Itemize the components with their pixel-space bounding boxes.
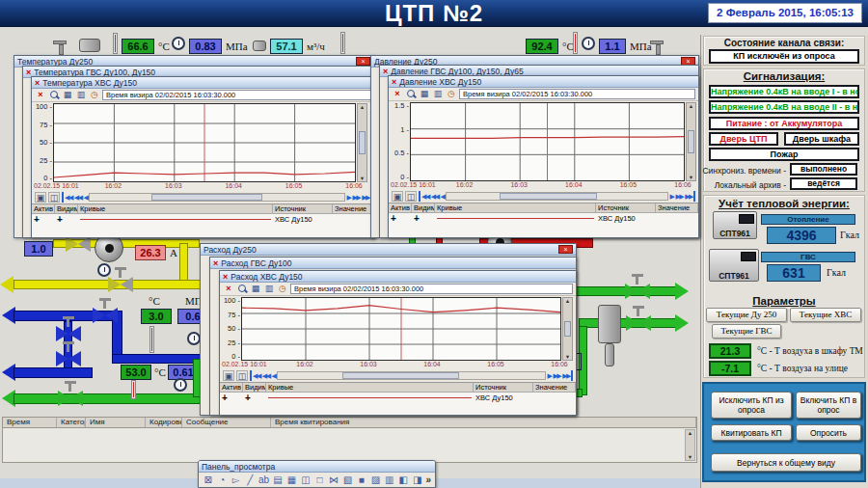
link-icon[interactable]: ◨ — [412, 474, 422, 485]
text-icon[interactable]: ab — [258, 474, 269, 485]
zoom-icon[interactable] — [48, 90, 60, 100]
zoom-icon[interactable] — [236, 284, 248, 294]
frame-icon[interactable]: ▨ — [370, 474, 381, 485]
back-to-overview-button[interactable]: Вернуться к общему виду — [711, 453, 861, 472]
page-fwd-icon[interactable]: ▶▶ — [675, 191, 683, 202]
valve-tool-icon[interactable]: ⋈ — [328, 474, 339, 485]
scroll-thumb[interactable] — [342, 372, 459, 379]
column-header[interactable]: Время — [3, 418, 57, 427]
valve-icon[interactable] — [108, 277, 133, 292]
gvs-meter-device[interactable]: СПТ961 — [709, 249, 759, 282]
valve-icon[interactable] — [626, 315, 651, 331]
door-cabinet-box[interactable]: Дверь шкафа — [784, 132, 859, 146]
vertical-scrollbar[interactable]: ▲▼ — [686, 102, 696, 181]
valve-icon[interactable] — [93, 308, 118, 323]
step-fwd-icon[interactable]: ▶ — [347, 192, 351, 203]
chart-icon[interactable]: ▥ — [432, 89, 444, 99]
pan-icon[interactable]: ◔ — [216, 474, 227, 485]
select-icon[interactable]: ▻ — [231, 474, 241, 485]
window-titlebar[interactable]: × Расход ХВС Ду150 — [220, 271, 576, 283]
panels-icon[interactable]: ◫ — [405, 191, 417, 202]
clock-icon[interactable]: ◷ — [277, 284, 288, 294]
include-kp-button[interactable]: Включить КП в опрос — [796, 392, 861, 419]
scroll-thumb[interactable] — [151, 194, 263, 201]
chart-tool-icon[interactable]: ▥ — [384, 474, 394, 485]
alarm-message[interactable]: Напряжение 0.4кВ на вводе I - в норме — [709, 85, 859, 98]
step-back-icon[interactable]: ◀ — [272, 370, 276, 381]
horizontal-scrollbar[interactable] — [277, 371, 545, 380]
trend-plot[interactable] — [410, 102, 685, 181]
chart-icon[interactable]: ▥ — [75, 90, 87, 100]
page-fwd-icon[interactable]: ▶▶ — [553, 370, 560, 381]
page-first-icon[interactable]: ◀◀ — [419, 191, 429, 202]
window-titlebar[interactable]: × Температура ХВС Ду150 — [32, 77, 375, 89]
fit-icon[interactable]: ⊠ — [203, 474, 213, 485]
window-titlebar[interactable]: Расход Ду250 × — [201, 244, 576, 256]
valve-icon[interactable] — [625, 284, 650, 299]
scroll-up-icon[interactable]: ▲ — [688, 430, 692, 436]
column-header[interactable]: Кодировка — [146, 418, 182, 427]
clock-icon[interactable]: ◷ — [89, 90, 100, 100]
valve-icon[interactable] — [56, 326, 81, 341]
close-icon[interactable]: × — [558, 245, 573, 254]
exclude-kp-button[interactable]: Исключить КП из опроса — [711, 392, 792, 419]
cut-icon[interactable]: × — [223, 272, 228, 282]
column-header[interactable]: Время квитирования — [271, 418, 696, 427]
grid-icon[interactable]: ▦ — [419, 89, 430, 99]
current-du250-button[interactable]: Текущие Ду 250 — [706, 308, 787, 322]
step-fwd-icon[interactable]: ▶ — [548, 370, 552, 381]
page-first-icon[interactable]: ◀◀ — [62, 192, 72, 203]
event-log-body[interactable]: ▲ ▼ — [2, 428, 697, 463]
current-hvs-button[interactable]: Текущие ХВС — [790, 308, 861, 322]
trend-plot[interactable] — [53, 103, 356, 182]
step-back-icon[interactable]: ◀ — [84, 192, 88, 203]
page-fwd-icon[interactable]: ▶▶ — [352, 192, 360, 203]
node-icon[interactable]: ◫ — [300, 474, 311, 485]
fill-icon[interactable]: ■ — [356, 474, 366, 485]
image-icon[interactable]: ▧ — [342, 474, 353, 485]
page-last-icon[interactable]: ▶▶ — [685, 191, 695, 202]
grid-icon[interactable]: ▦ — [250, 284, 261, 294]
page-back-icon[interactable]: ◀◀ — [262, 370, 270, 381]
zoom-icon[interactable] — [405, 89, 417, 99]
clock-icon[interactable]: ◷ — [446, 89, 457, 99]
cut-icon[interactable]: × — [35, 78, 40, 88]
cut-icon[interactable]: × — [392, 77, 396, 87]
page-back-icon[interactable]: ◀◀ — [74, 192, 82, 203]
line-icon[interactable]: ╱ — [244, 474, 255, 485]
vertical-scrollbar[interactable]: ▲▼ — [562, 297, 573, 361]
horizontal-scrollbar[interactable] — [446, 192, 667, 201]
step-fwd-icon[interactable]: ▶ — [670, 191, 674, 202]
table-icon[interactable]: ▦ — [286, 474, 297, 485]
more-tools-chevron[interactable]: » — [426, 474, 432, 485]
current-gvs-button[interactable]: Текущие ГВС — [712, 324, 781, 339]
scroll-thumb[interactable] — [500, 193, 596, 200]
vertical-scrollbar[interactable]: ▲▼ — [357, 103, 367, 182]
vertical-scrollbar[interactable]: ▲ ▼ — [685, 429, 695, 461]
scroll-thumb[interactable] — [359, 131, 366, 154]
valve-icon[interactable] — [56, 351, 81, 366]
close-icon[interactable]: × — [356, 57, 370, 66]
alarm-message[interactable]: Питание : от Аккумулятора — [709, 117, 859, 130]
zoom-cancel-icon[interactable]: × — [223, 284, 234, 294]
alarm-message[interactable]: Напряжение 0.4кВ на вводе II - в норме — [709, 100, 859, 114]
window-titlebar[interactable]: × Расход ГВС Ду100 — [210, 258, 576, 269]
legend-row[interactable]: ++ХВС Ду150 — [32, 214, 375, 225]
grid-icon[interactable]: ▦ — [62, 90, 73, 100]
column-header[interactable]: Сообщение — [182, 418, 271, 427]
poll-button[interactable]: Опросить — [796, 424, 861, 441]
save-icon[interactable]: ▣ — [223, 370, 234, 381]
scroll-down-icon[interactable]: ▼ — [688, 454, 692, 460]
panels-icon[interactable]: ◫ — [236, 370, 248, 381]
zoom-cancel-icon[interactable]: × — [392, 89, 403, 99]
cursor-time-field[interactable]: Время визира 02/02/2015 16:03:30.000 — [459, 89, 695, 99]
scroll-thumb[interactable] — [688, 130, 694, 153]
column-header[interactable]: Имя — [86, 418, 146, 427]
zoom-cancel-icon[interactable]: × — [35, 90, 46, 100]
fire-box[interactable]: Пожар — [709, 148, 859, 161]
valve-icon[interactable] — [58, 391, 83, 406]
cut-icon[interactable]: × — [213, 258, 218, 268]
column-header[interactable]: Категория — [57, 418, 86, 427]
rect-icon[interactable]: □ — [314, 474, 325, 485]
save-icon[interactable]: ▣ — [35, 192, 46, 203]
